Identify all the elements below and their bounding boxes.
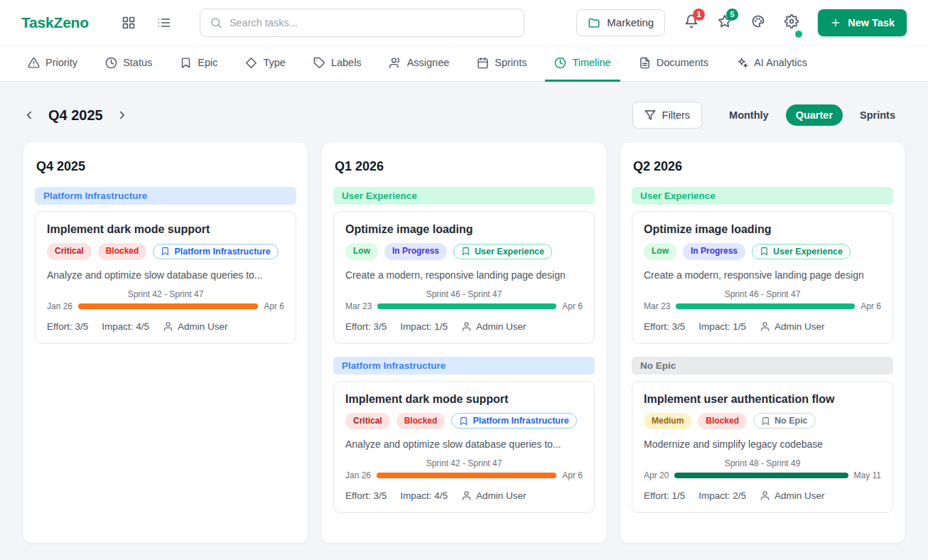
tab-timeline[interactable]: Timeline <box>545 45 620 82</box>
task-card[interactable]: Implement user authentication flowMedium… <box>632 381 893 514</box>
tab-assignee[interactable]: Assignee <box>380 45 459 82</box>
settings-status-dot <box>795 31 802 38</box>
task-card[interactable]: Optimize image loadingLowIn ProgressUser… <box>333 211 595 344</box>
workspace-label: Marketing <box>607 16 654 28</box>
status-badge: Blocked <box>98 243 147 260</box>
tab-type[interactable]: Type <box>236 45 294 82</box>
tab-labels[interactable]: Labels <box>304 45 371 82</box>
search-input[interactable] <box>230 17 514 28</box>
assignee: Admin User <box>760 321 825 332</box>
alert-triangle-icon <box>28 57 40 69</box>
epic-chip[interactable]: Platform Infrastructure <box>153 244 278 259</box>
list-view-icon[interactable] <box>157 16 171 30</box>
task-title: Implement user authentication flow <box>644 393 881 406</box>
status-badge: In Progress <box>683 243 745 260</box>
sprint-range-label: Sprint 48 - Sprint 49 <box>644 458 881 468</box>
assignee: Admin User <box>760 490 825 501</box>
user-icon <box>163 321 173 332</box>
tab-ai-analytics[interactable]: AI Analytics <box>727 45 816 82</box>
timeline-columns: Q4 2025Platform InfrastructureImplement … <box>23 142 905 544</box>
notifications-count-badge: 1 <box>693 9 705 21</box>
timeline-bar <box>676 303 855 309</box>
settings-button[interactable] <box>784 14 799 31</box>
tab-label: Type <box>263 57 285 68</box>
epic-chip[interactable]: User Experience <box>453 244 552 259</box>
search-box[interactable] <box>200 9 524 37</box>
epic-chip[interactable]: User Experience <box>752 244 851 259</box>
workspace-button[interactable]: Marketing <box>576 9 665 36</box>
status-badge: Blocked <box>396 413 446 430</box>
file-text-icon <box>639 57 651 69</box>
start-date: Jan 26 <box>345 470 371 480</box>
toolbar-right: Filters MonthlyQuarterSprints <box>632 102 905 129</box>
tab-label: Labels <box>331 57 362 68</box>
view-option-sprints[interactable]: Sprints <box>850 104 905 126</box>
end-date: Apr 6 <box>562 470 583 480</box>
task-badges: CriticalBlockedPlatform Infrastructure <box>345 413 583 430</box>
task-title: Optimize image loading <box>644 223 881 236</box>
grid-view-icon[interactable] <box>122 16 136 30</box>
new-task-label: New Task <box>848 17 895 28</box>
effort-value: Effort: 3/5 <box>47 321 88 332</box>
status-badge: In Progress <box>384 243 447 260</box>
chevron-left-icon[interactable] <box>23 109 36 122</box>
epic-group-header[interactable]: Platform Infrastructure <box>333 357 595 375</box>
sprint-range-label: Sprint 42 - Sprint 47 <box>345 458 583 468</box>
tab-documents[interactable]: Documents <box>630 45 718 82</box>
status-badge: Low <box>345 243 378 260</box>
view-option-quarter[interactable]: Quarter <box>786 104 843 126</box>
folder-icon <box>588 16 600 29</box>
epic-chip[interactable]: No Epic <box>753 413 816 429</box>
clock-icon <box>105 57 117 69</box>
timeline-bar-row: Jan 26Apr 6 <box>47 301 284 311</box>
tab-priority[interactable]: Priority <box>18 45 87 82</box>
new-task-button[interactable]: New Task <box>818 9 907 36</box>
epic-chip-label: Platform Infrastructure <box>473 416 568 426</box>
timeline-toolbar: Q4 2025 Filters MonthlyQuarterSprints <box>23 101 905 129</box>
epic-group-header[interactable]: Platform Infrastructure <box>35 187 296 205</box>
column-title: Q4 2025 <box>36 159 296 174</box>
status-badge: Blocked <box>698 413 747 430</box>
epic-chip-label: No Epic <box>775 416 808 426</box>
gear-icon <box>784 14 799 28</box>
timeline-bar-row: Apr 20May 11 <box>644 470 881 480</box>
task-footer: Effort: 3/5Impact: 4/5Admin User <box>345 490 583 501</box>
user-icon <box>461 490 472 501</box>
assignee-name: Admin User <box>178 321 228 332</box>
header-actions: Marketing 1 5 New Task <box>576 9 907 36</box>
timeline-column: Q4 2025Platform InfrastructureImplement … <box>23 142 308 544</box>
epic-group-header[interactable]: User Experience <box>632 187 893 205</box>
tab-status[interactable]: Status <box>96 45 161 82</box>
task-badges: CriticalBlockedPlatform Infrastructure <box>47 243 284 260</box>
epic-chip[interactable]: Platform Infrastructure <box>451 413 576 429</box>
view-option-monthly[interactable]: Monthly <box>719 104 779 126</box>
tab-label: Status <box>123 57 152 68</box>
bookmark-icon <box>161 247 170 256</box>
impact-value: Impact: 1/5 <box>400 321 448 332</box>
favorites-button[interactable]: 5 <box>718 14 732 31</box>
start-date: Apr 20 <box>644 470 669 480</box>
task-card[interactable]: Implement dark mode supportCriticalBlock… <box>35 211 296 344</box>
effort-value: Effort: 1/5 <box>644 490 685 501</box>
tab-sprints[interactable]: Sprints <box>468 45 536 82</box>
chevron-right-icon[interactable] <box>116 109 129 122</box>
task-card[interactable]: Implement dark mode supportCriticalBlock… <box>333 381 595 514</box>
tab-epic[interactable]: Epic <box>171 45 227 82</box>
end-date: Apr 6 <box>562 301 583 311</box>
assignee: Admin User <box>163 321 228 332</box>
epic-group-header[interactable]: User Experience <box>333 187 595 205</box>
calendar-icon <box>477 57 489 69</box>
timeline-bar <box>377 303 556 309</box>
users-icon <box>389 57 401 69</box>
task-card[interactable]: Optimize image loadingLowIn ProgressUser… <box>632 211 893 344</box>
filters-button[interactable]: Filters <box>632 102 702 129</box>
user-icon <box>760 321 770 332</box>
bookmark-icon <box>761 416 770 426</box>
notifications-button[interactable]: 1 <box>684 14 698 31</box>
column-title: Q1 2026 <box>335 159 595 174</box>
end-date: Apr 6 <box>860 301 881 311</box>
start-date: Mar 23 <box>345 301 372 311</box>
assignee-name: Admin User <box>476 490 527 501</box>
theme-button[interactable] <box>751 14 765 31</box>
epic-group-header[interactable]: No Epic <box>632 357 893 375</box>
